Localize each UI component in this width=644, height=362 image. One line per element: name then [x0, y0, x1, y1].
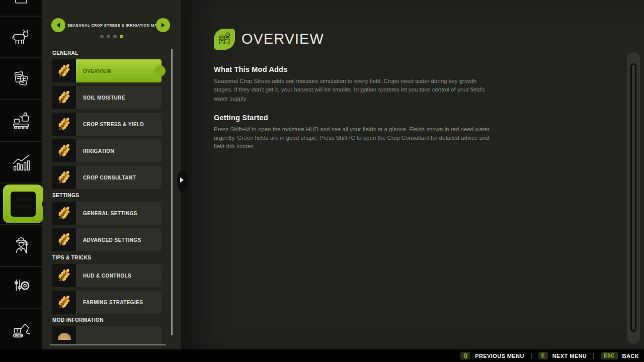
content-scrollbar-track[interactable]	[627, 52, 640, 344]
wheat-icon	[52, 228, 76, 251]
straw-hat-icon	[52, 326, 76, 345]
sidebar-item-label: SOIL MOISTURE	[76, 86, 162, 109]
sidebar-item-overview[interactable]: OVERVIEW	[52, 59, 162, 82]
cow-icon	[10, 26, 33, 49]
sidebar-item-label: OVERVIEW	[76, 59, 162, 82]
wheat-icon	[52, 264, 76, 287]
page-dot-active	[120, 35, 123, 38]
help-content: What This Mod Adds Seasonal Crop Stress …	[214, 65, 494, 162]
sidebar-item-advanced-settings[interactable]: ADVANCED SETTINGS	[52, 228, 162, 251]
rail-item-construction[interactable]	[0, 308, 42, 349]
rail-item-top-partial[interactable]	[0, 0, 42, 16]
hint-separator	[593, 353, 594, 359]
footer-hint-bar: Q PREVIOUS MENU E NEXT MENU ESC BACK	[0, 349, 644, 362]
hint-label: PREVIOUS MENU	[475, 353, 524, 359]
sidebar-item-crop-stress-yield[interactable]: CROP STRESS & YIELD	[52, 113, 162, 136]
wheat-icon	[52, 59, 76, 82]
hint-back[interactable]: ESC BACK	[601, 352, 639, 359]
left-icon-rail	[0, 0, 42, 350]
page-dot	[113, 35, 117, 38]
sidebar-scrollbar[interactable]	[171, 49, 173, 335]
key-badge-e: E	[538, 352, 548, 359]
sidebar-item-label: HUD & CONTROLS	[76, 264, 162, 287]
carousel-next-button[interactable]	[156, 18, 170, 32]
rail-item-settings[interactable]	[0, 266, 42, 308]
production-line-icon	[10, 109, 33, 132]
sidebar-nav-list: GENERAL OVERVIEW SOIL MOISTURE CROP STRE…	[52, 49, 168, 345]
help-book-icon: ?	[214, 29, 235, 50]
wheat-icon	[52, 113, 76, 136]
svg-text:?: ?	[227, 33, 229, 37]
section-label-tips-tricks: TIPS & TRICKS	[52, 255, 168, 260]
hint-label: NEXT MENU	[552, 353, 587, 359]
straw-hat-icon-shape	[58, 333, 71, 340]
settings-sliders-icon	[10, 276, 33, 299]
sidebar-item-label	[76, 326, 162, 345]
help-sidebar: SEASONAL CROP STRESS & IRRIGATION MA... …	[42, 0, 181, 349]
sidebar-item-label: CROP CONSULTANT	[76, 166, 162, 189]
sidebar-item-soil-moisture[interactable]: SOIL MOISTURE	[52, 86, 162, 109]
section-body-getting-started: Press Shift+M to open the moisture HUD a…	[214, 125, 494, 151]
mod-help-icon	[11, 192, 36, 217]
wheat-icon	[52, 86, 76, 109]
content-scrollbar-thumb[interactable]	[630, 63, 636, 332]
hint-previous-menu[interactable]: Q PREVIOUS MENU	[460, 352, 524, 359]
wheat-icon	[52, 291, 76, 314]
sidebar-item-crop-consultant[interactable]: CROP CONSULTANT	[52, 166, 162, 189]
hint-separator	[531, 353, 532, 359]
sidebar-item-irrigation[interactable]: IRRIGATION	[52, 139, 162, 162]
main-content: ? OVERVIEW What This Mod Adds Seasonal C…	[181, 0, 644, 349]
arrow-left-icon	[57, 23, 60, 28]
rail-item-statistics[interactable]	[0, 141, 42, 183]
sidebar-item-label: GENERAL SETTINGS	[76, 202, 162, 225]
hint-next-menu[interactable]: E NEXT MENU	[538, 352, 587, 359]
statistics-icon	[10, 151, 33, 174]
carousel-dots	[100, 35, 123, 38]
sidebar-item-general-settings[interactable]: GENERAL SETTINGS	[52, 202, 162, 225]
section-heading-what-this-mod-adds: What This Mod Adds	[214, 65, 494, 73]
sidebar-expand-arrow-icon[interactable]	[180, 177, 184, 183]
sidebar-item-farming-strategies[interactable]: FARMING STRATEGIES	[52, 291, 162, 314]
rail-item-farmer[interactable]	[0, 224, 42, 266]
section-label-mod-information: MOD INFORMATION	[52, 317, 168, 323]
sidebar-item-hud-controls[interactable]: HUD & CONTROLS	[52, 264, 162, 287]
farmer-icon	[10, 234, 33, 257]
rail-selected-arrow-icon	[42, 202, 45, 207]
partial-machine-icon	[9, 0, 33, 16]
sidebar-item-mod-info-partial[interactable]	[52, 326, 162, 345]
section-label-general: GENERAL	[52, 50, 168, 56]
wheat-icon	[52, 139, 76, 162]
mod-help-screen: SEASONAL CROP STRESS & IRRIGATION MA... …	[0, 0, 644, 362]
sidebar-item-label: CROP STRESS & YIELD	[76, 113, 162, 136]
rail-item-production[interactable]	[0, 99, 42, 141]
list-clip-divider	[50, 344, 166, 345]
page-dot	[100, 35, 104, 38]
key-badge-esc: ESC	[601, 352, 617, 359]
page-title: OVERVIEW	[242, 31, 324, 47]
sidebar-item-label: FARMING STRATEGIES	[76, 291, 162, 314]
arrow-right-icon	[162, 23, 165, 28]
hint-label: BACK	[622, 353, 639, 359]
section-body-what-this-mod-adds: Seasonal Crop Stress adds soil moisture …	[214, 77, 494, 103]
rail-selected-tab	[3, 185, 43, 223]
section-label-settings: SETTINGS	[52, 193, 168, 198]
rail-item-contracts[interactable]	[0, 57, 42, 99]
sidebar-item-label: ADVANCED SETTINGS	[76, 228, 162, 251]
rail-item-mod-help[interactable]	[0, 183, 42, 224]
key-badge-q: Q	[460, 352, 470, 359]
section-heading-getting-started: Getting Started	[214, 114, 494, 122]
wheat-icon	[52, 166, 76, 189]
carousel-prev-button[interactable]	[51, 18, 65, 32]
carousel-title: SEASONAL CROP STRESS & IRRIGATION MA...	[67, 23, 156, 28]
excavator-icon	[10, 318, 33, 341]
page-dot	[107, 35, 110, 38]
sidebar-item-label: IRRIGATION	[76, 139, 162, 162]
documents-icon	[10, 67, 33, 90]
rail-item-animals[interactable]	[0, 16, 42, 57]
wheat-icon	[52, 202, 76, 225]
